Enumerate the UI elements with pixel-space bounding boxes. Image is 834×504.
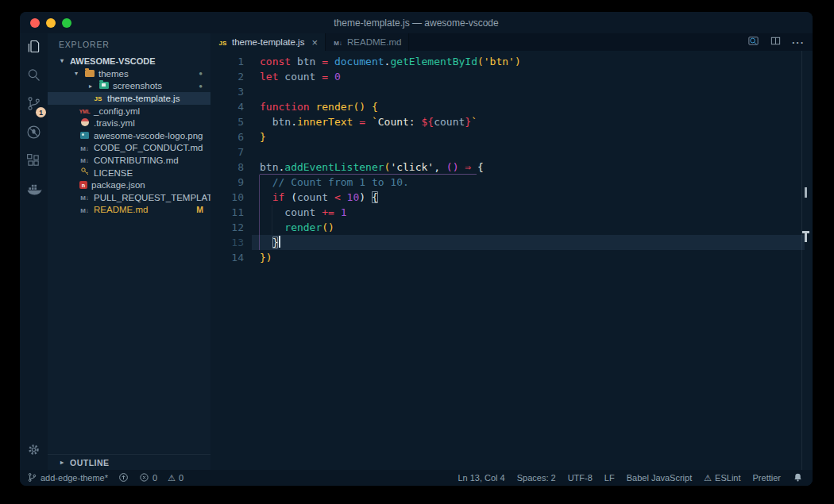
code-line-11[interactable]: 11 count += 1 [210,205,813,220]
warning-icon: ⚠ [704,473,712,483]
code-line-3[interactable]: 3 [210,84,813,99]
js-icon: JS [93,93,103,103]
tree-item-label: theme-template.js [107,94,180,103]
tree-item-label: CODE_OF_CONDUCT.md [94,143,203,152]
explorer-header: EXPLORER [48,33,210,54]
tree-root-awesome-vscode[interactable]: ▾ AWESOME-VSCODE [48,54,210,67]
tree-item-label: LICENSE [94,168,133,178]
activity-docker-button[interactable] [20,176,48,205]
code-line-7[interactable]: 7 [210,144,813,160]
md-icon: M↓ [79,192,90,202]
status-bell[interactable] [793,472,803,484]
tab-readme-md[interactable]: M↓README.md [326,33,409,51]
split-editor-button[interactable] [770,35,782,50]
line-number: 6 [210,129,244,144]
status-babel-javascript[interactable]: Babel JavaScript [627,473,693,483]
code-editor[interactable]: 1const btn = document.getElementById('bt… [210,51,813,470]
tree-item-awesome-vscode-logo-png[interactable]: awesome-vscode-logo.png [48,129,210,142]
yml-icon: YML [79,106,90,116]
tree-item-label: awesome-vscode-logo.png [94,131,203,140]
extensions-icon [25,152,42,172]
tree-item-package-json[interactable]: npackage.json [48,179,210,191]
activity-files-button[interactable] [20,33,48,62]
branch-icon [27,472,37,484]
tree-item-readme-md[interactable]: M↓README.mdM [48,204,210,217]
activity-source-control-button[interactable]: 1 [20,90,48,119]
close-window-button[interactable] [30,18,40,28]
tab-label: README.md [347,37,401,47]
activity-settings-button[interactable] [20,437,48,465]
tree-item-label: README.md [94,205,148,214]
status-lf[interactable]: LF [604,473,615,483]
code-line-14[interactable]: 14}) [210,250,813,265]
status-0[interactable]: ⚠0 [168,473,183,483]
outline-section[interactable]: ▸ OUTLINE [48,454,210,470]
status-eslint[interactable]: ⚠ESLint [704,473,740,483]
status-spaces-2[interactable]: Spaces: 2 [517,473,556,483]
close-tab-icon[interactable]: × [311,37,318,48]
npm-icon: n [79,181,87,189]
tab-bar: JStheme-template.js×M↓README.md ··· [210,33,813,51]
tab-label: theme-template.js [232,37,304,47]
line-number: 8 [210,160,244,175]
tree-item-screenshots[interactable]: ▸screenshots● [48,80,210,93]
activity-debug-button[interactable] [20,119,48,148]
code-text: const btn = document.getElementById('btn… [260,54,521,69]
line-number: 4 [210,99,244,114]
minimize-window-button[interactable] [46,18,56,28]
code-line-5[interactable]: 5 btn.innerText = `Count: ${count}` [210,114,813,129]
tab-theme-template-js[interactable]: JStheme-template.js× [210,33,326,51]
more-actions-button[interactable]: ··· [792,35,805,49]
tree-item--travis-yml[interactable]: .travis.yml [48,117,210,129]
status-sync[interactable] [118,472,129,484]
zoom-window-button[interactable] [62,18,71,28]
tree-item-contributing-md[interactable]: M↓CONTRIBUTING.md [48,154,210,167]
code-line-10[interactable]: 10 if (count < 10) { [210,190,813,205]
activity-extensions-button[interactable] [20,148,48,176]
code-text: function render() { [260,99,378,114]
status-ln-13-col-4[interactable]: Ln 13, Col 4 [458,473,504,483]
settings-gear-icon [25,441,42,461]
open-preview-icon [747,36,759,49]
line-number: 2 [210,69,244,84]
tree-item-license[interactable]: LICENSE [48,167,210,179]
license-icon [79,167,90,179]
code-text: btn.addEventListener('click', () ⇒ { [260,160,484,175]
travis-icon [79,118,90,129]
code-line-8[interactable]: 8btn.addEventListener('click', () ⇒ { [210,160,813,175]
tree-item-theme-template-js[interactable]: JStheme-template.js [48,92,210,105]
chevron-right-icon: ▸ [60,459,67,466]
tree-item-label: .travis.yml [94,118,135,128]
tree-item-label: screenshots [113,81,162,90]
modified-dot-badge: ● [199,70,203,77]
bracket-guide-vertical [259,175,260,250]
code-line-2[interactable]: 2let count = 0 [210,69,813,84]
overview-ruler-mark [805,187,807,198]
files-icon [25,38,42,58]
line-number: 12 [210,220,244,235]
code-line-13[interactable]: 13 } [210,235,813,250]
code-line-1[interactable]: 1const btn = document.getElementById('bt… [210,54,813,69]
text-cursor [279,236,280,248]
activity-search-button[interactable] [20,62,48,90]
md-icon: M↓ [333,37,347,48]
status-0[interactable]: 0 [139,472,157,484]
status-utf-8[interactable]: UTF-8 [568,473,593,483]
tree-item-themes[interactable]: ▾themes● [48,67,210,80]
line-number: 1 [210,54,244,69]
code-text: count += 1 [260,205,347,220]
tree-item-pull-request-template-md[interactable]: M↓PULL_REQUEST_TEMPLATE.md [48,191,210,204]
chevron-down-icon: ▾ [75,70,81,77]
open-preview-button[interactable] [747,35,759,50]
code-line-12[interactable]: 12 render() [210,220,813,235]
docker-icon [25,181,42,201]
tree-item-label: CONTRIBUTING.md [94,156,179,165]
code-line-6[interactable]: 6} [210,129,813,144]
code-line-4[interactable]: 4function render() { [210,99,813,114]
md-icon: M↓ [79,205,90,215]
status-prettier[interactable]: Prettier [753,473,781,483]
tree-item-code-of-conduct-md[interactable]: M↓CODE_OF_CONDUCT.md [48,142,210,155]
code-line-9[interactable]: 9 // Count from 1 to 10. [210,175,813,190]
status-add-edge-theme-[interactable]: add-edge-theme* [27,472,108,484]
tree-item--config-yml[interactable]: YML_config.yml [48,105,210,117]
